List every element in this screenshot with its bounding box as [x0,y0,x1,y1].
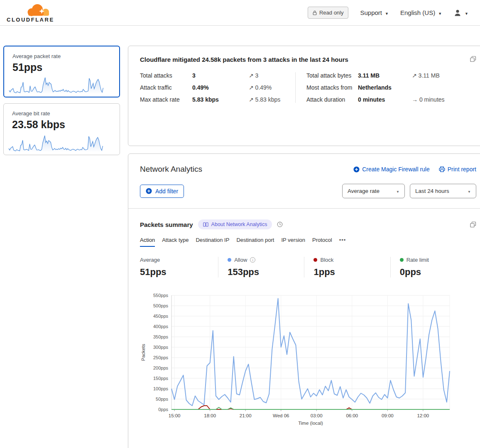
chevron-down-icon [396,188,399,194]
summary-metric-label: Attack traffic [140,84,191,91]
more-tabs-button[interactable]: ••• [339,237,346,247]
summary-metric-trend: ↗ 0.49% [249,84,295,91]
svg-text:21:00: 21:00 [240,413,252,418]
svg-text:300pps: 300pps [153,345,169,350]
user-icon [453,9,462,17]
add-filter-button[interactable]: Add filter [140,185,184,198]
stat-value: 1pps [313,267,390,278]
summary-metric-trend [412,84,476,91]
metric-value: 23.58 kbps [12,119,111,131]
attack-summary-title: Cloudflare mitigated 24.58k packets from… [140,56,348,63]
clock-icon[interactable] [277,222,283,227]
support-menu[interactable]: Support [360,9,388,16]
attack-summary-card: Cloudflare mitigated 24.58k packets from… [128,46,480,146]
chevron-down-icon [468,188,471,194]
stat-value: 0pps [400,267,476,278]
svg-text:350pps: 350pps [153,334,169,339]
add-filter-label: Add filter [155,188,178,195]
svg-text:15:00: 15:00 [169,413,181,418]
summary-metric-value: Netherlands [358,84,411,91]
chevron-down-icon [465,9,468,16]
summary-metric-value: 0.49% [192,84,248,91]
tab-action[interactable]: Action [140,237,155,247]
packet-rate-sparkline [8,75,104,95]
printer-icon [439,166,445,172]
read-only-label: Read only [319,10,344,16]
packets-summary-section: Packets summary About Network Analytics [128,209,480,439]
svg-text:06:00: 06:00 [346,413,358,418]
summary-metric-label: Max attack rate [140,96,191,103]
svg-text:09:00: 09:00 [382,413,394,418]
cloudflare-logo[interactable]: CLOUDFLARE [7,2,56,23]
packets-summary-title: Packets summary [140,221,193,228]
tab-ip-version[interactable]: IP version [281,237,305,247]
action-stats-row: Average51ppsAllow153ppsBlock1ppsRate lim… [140,257,476,278]
metric-dropdown[interactable]: Average rate [342,184,405,198]
print-report-link[interactable]: Print report [439,166,476,173]
chevron-down-icon [438,9,442,16]
metric-dropdown-value: Average rate [348,188,380,194]
summary-metric-value: 3 [192,72,248,79]
attack-summary-right-stats: Total attack bytes3.11 MB↗ 3.11 MBMost a… [295,72,476,103]
create-magic-firewall-rule-link[interactable]: Create Magic Firewall rule [353,166,430,173]
print-report-label: Print report [448,166,476,173]
metric-card-bit-rate[interactable]: Average bit rate 23.58 kbps [3,103,120,155]
tab-destination-ip[interactable]: Destination IP [196,237,229,247]
stat-label: Block [320,257,333,263]
stat-average: Average51pps [140,257,218,278]
summary-metric-label: Total attack bytes [306,72,357,79]
metric-label: Average bit rate [12,110,111,117]
metric-label: Average packet rate [12,53,111,59]
about-network-analytics-badge[interactable]: About Network Analytics [198,219,272,229]
stat-block: Block1pps [304,257,390,278]
account-menu[interactable] [453,9,468,17]
packets-chart[interactable]: 0pps50pps100pps150pps200pps250pps300pps3… [140,291,476,431]
bit-rate-sparkline [8,133,103,153]
plus-circle-icon [146,188,152,194]
time-range-value: Last 24 hours [415,188,449,194]
language-label: English (US) [400,9,435,16]
svg-text:500pps: 500pps [153,303,169,308]
svg-text:Wed 06: Wed 06 [273,413,289,418]
summary-metric-trend: ↗ 5.83 kbps [249,96,295,103]
svg-text:400pps: 400pps [153,324,169,329]
stat-rate-limit: Rate limit0pps [390,257,476,278]
tab-destination-port[interactable]: Destination port [236,237,274,247]
svg-text:Time (local): Time (local) [298,421,323,426]
svg-text:200pps: 200pps [153,365,169,370]
legend-dot-icon [400,258,404,262]
cloudflare-cloud-icon [26,2,51,17]
series-allow [171,299,450,406]
read-only-badge: Read only [308,7,349,19]
svg-text:18:00: 18:00 [204,413,216,418]
main-content: Cloudflare mitigated 24.58k packets from… [128,46,480,448]
time-range-dropdown[interactable]: Last 24 hours [410,184,476,198]
summary-metric-value: 5.83 kbps [192,96,248,103]
chevron-down-icon [385,9,389,16]
copy-icon[interactable] [470,222,476,228]
tab-attack-type[interactable]: Attack type [162,237,189,247]
lock-icon [313,10,317,15]
summary-metric-label: Most attacks from [306,84,357,91]
summary-metric-trend: → 0 minutes [412,96,476,103]
plus-circle-icon [353,166,360,173]
summary-metric-value: 0 minutes [358,96,411,103]
svg-text:150pps: 150pps [153,376,169,381]
svg-text:50pps: 50pps [156,397,168,402]
legend-dot-icon [228,258,231,262]
legend-dot-icon [313,258,317,262]
summary-metric-label: Attack duration [306,96,357,103]
stat-allow: Allow153pps [218,257,304,278]
tab-protocol[interactable]: Protocol [312,237,332,247]
info-icon[interactable] [250,257,255,263]
book-icon [203,222,208,227]
copy-icon[interactable] [470,56,476,62]
about-badge-label: About Network Analytics [211,222,267,227]
stat-value: 51pps [140,267,218,278]
metric-card-packet-rate[interactable]: Average packet rate 51pps [3,46,120,97]
language-menu[interactable]: English (US) [400,9,442,16]
svg-text:100pps: 100pps [153,386,169,391]
stat-label: Allow [234,257,247,263]
series-rate-limit [171,407,450,409]
svg-text:0pps: 0pps [158,407,168,412]
